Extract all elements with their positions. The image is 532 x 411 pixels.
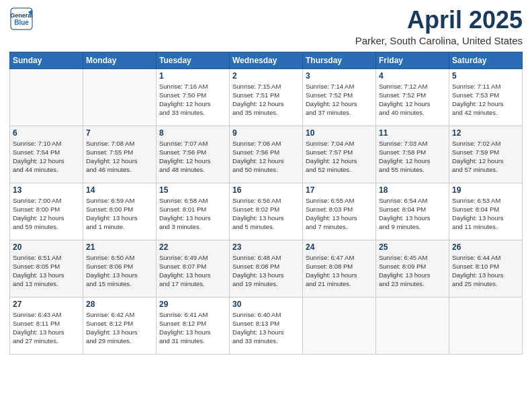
table-row: 7Sunrise: 7:08 AMSunset: 7:55 PMDaylight…	[83, 126, 157, 183]
day-info: Sunrise: 6:43 AMSunset: 8:11 PMDaylight:…	[13, 310, 80, 346]
table-row	[83, 68, 157, 126]
svg-text:Blue: Blue	[14, 19, 29, 26]
table-row: 29Sunrise: 6:41 AMSunset: 8:12 PMDayligh…	[157, 297, 230, 354]
table-row	[376, 297, 449, 354]
table-row: 3Sunrise: 7:14 AMSunset: 7:52 PMDaylight…	[303, 68, 376, 126]
table-row: 30Sunrise: 6:40 AMSunset: 8:13 PMDayligh…	[230, 297, 303, 354]
day-info: Sunrise: 7:07 AMSunset: 7:56 PMDaylight:…	[159, 139, 226, 175]
day-number: 24	[306, 242, 373, 252]
page: General Blue April 2025 Parker, South Ca…	[0, 0, 532, 411]
day-info: Sunrise: 7:08 AMSunset: 7:55 PMDaylight:…	[86, 139, 153, 175]
location: Parker, South Carolina, United States	[355, 35, 523, 46]
day-number: 21	[86, 242, 153, 252]
table-row: 28Sunrise: 6:42 AMSunset: 8:12 PMDayligh…	[83, 297, 157, 354]
col-tuesday: Tuesday	[157, 52, 230, 68]
day-number: 4	[379, 71, 446, 81]
table-row: 22Sunrise: 6:49 AMSunset: 8:07 PMDayligh…	[157, 240, 230, 297]
table-row	[303, 297, 376, 354]
day-number: 1	[159, 71, 226, 81]
calendar-week-row: 6Sunrise: 7:10 AMSunset: 7:54 PMDaylight…	[10, 126, 523, 183]
day-number: 11	[379, 128, 446, 138]
table-row: 8Sunrise: 7:07 AMSunset: 7:56 PMDaylight…	[157, 126, 230, 183]
day-number: 26	[452, 242, 519, 252]
table-row: 26Sunrise: 6:44 AMSunset: 8:10 PMDayligh…	[449, 240, 523, 297]
logo: General Blue	[9, 7, 34, 31]
day-info: Sunrise: 6:54 AMSunset: 8:04 PMDaylight:…	[379, 196, 446, 232]
day-info: Sunrise: 6:45 AMSunset: 8:09 PMDaylight:…	[379, 253, 446, 289]
day-number: 23	[232, 242, 300, 252]
table-row: 25Sunrise: 6:45 AMSunset: 8:09 PMDayligh…	[376, 240, 449, 297]
table-row: 2Sunrise: 7:15 AMSunset: 7:51 PMDaylight…	[230, 68, 303, 126]
col-saturday: Saturday	[449, 52, 523, 68]
day-info: Sunrise: 6:41 AMSunset: 8:12 PMDaylight:…	[159, 310, 226, 346]
day-number: 10	[306, 128, 373, 138]
day-info: Sunrise: 7:10 AMSunset: 7:54 PMDaylight:…	[13, 139, 80, 175]
day-number: 20	[13, 242, 80, 252]
day-info: Sunrise: 6:59 AMSunset: 8:00 PMDaylight:…	[86, 196, 153, 232]
day-number: 15	[159, 185, 226, 195]
col-sunday: Sunday	[10, 52, 83, 68]
day-number: 2	[232, 71, 300, 81]
logo-icon: General Blue	[9, 7, 34, 31]
month-title: April 2025	[355, 7, 523, 34]
calendar-week-row: 13Sunrise: 7:00 AMSunset: 8:00 PMDayligh…	[10, 183, 523, 240]
table-row	[10, 68, 83, 126]
day-number: 9	[232, 128, 300, 138]
day-info: Sunrise: 7:06 AMSunset: 7:56 PMDaylight:…	[232, 139, 300, 175]
day-number: 18	[379, 185, 446, 195]
table-row: 6Sunrise: 7:10 AMSunset: 7:54 PMDaylight…	[10, 126, 83, 183]
day-info: Sunrise: 6:53 AMSunset: 8:04 PMDaylight:…	[452, 196, 519, 232]
table-row: 4Sunrise: 7:12 AMSunset: 7:52 PMDaylight…	[376, 68, 449, 126]
table-row: 21Sunrise: 6:50 AMSunset: 8:06 PMDayligh…	[83, 240, 157, 297]
table-row: 5Sunrise: 7:11 AMSunset: 7:53 PMDaylight…	[449, 68, 523, 126]
day-info: Sunrise: 6:49 AMSunset: 8:07 PMDaylight:…	[159, 253, 226, 289]
table-row: 16Sunrise: 6:56 AMSunset: 8:02 PMDayligh…	[230, 183, 303, 240]
col-wednesday: Wednesday	[230, 52, 303, 68]
day-number: 5	[452, 71, 519, 81]
col-thursday: Thursday	[303, 52, 376, 68]
table-row: 14Sunrise: 6:59 AMSunset: 8:00 PMDayligh…	[83, 183, 157, 240]
table-row: 27Sunrise: 6:43 AMSunset: 8:11 PMDayligh…	[10, 297, 83, 354]
col-friday: Friday	[376, 52, 449, 68]
calendar-week-row: 1Sunrise: 7:16 AMSunset: 7:50 PMDaylight…	[10, 68, 523, 126]
col-monday: Monday	[83, 52, 157, 68]
day-number: 7	[86, 128, 153, 138]
day-info: Sunrise: 6:47 AMSunset: 8:08 PMDaylight:…	[306, 253, 373, 289]
day-info: Sunrise: 7:03 AMSunset: 7:58 PMDaylight:…	[379, 139, 446, 175]
day-info: Sunrise: 6:58 AMSunset: 8:01 PMDaylight:…	[159, 196, 226, 232]
calendar-week-row: 27Sunrise: 6:43 AMSunset: 8:11 PMDayligh…	[10, 297, 523, 354]
day-info: Sunrise: 7:04 AMSunset: 7:57 PMDaylight:…	[306, 139, 373, 175]
day-info: Sunrise: 6:40 AMSunset: 8:13 PMDaylight:…	[232, 310, 300, 346]
day-number: 22	[159, 242, 226, 252]
day-info: Sunrise: 6:42 AMSunset: 8:12 PMDaylight:…	[86, 310, 153, 346]
table-row: 18Sunrise: 6:54 AMSunset: 8:04 PMDayligh…	[376, 183, 449, 240]
day-info: Sunrise: 7:14 AMSunset: 7:52 PMDaylight:…	[306, 82, 373, 118]
table-row: 9Sunrise: 7:06 AMSunset: 7:56 PMDaylight…	[230, 126, 303, 183]
day-info: Sunrise: 6:44 AMSunset: 8:10 PMDaylight:…	[452, 253, 519, 289]
day-info: Sunrise: 6:50 AMSunset: 8:06 PMDaylight:…	[86, 253, 153, 289]
day-info: Sunrise: 7:11 AMSunset: 7:53 PMDaylight:…	[452, 82, 519, 118]
table-row: 10Sunrise: 7:04 AMSunset: 7:57 PMDayligh…	[303, 126, 376, 183]
table-row: 19Sunrise: 6:53 AMSunset: 8:04 PMDayligh…	[449, 183, 523, 240]
day-number: 27	[13, 300, 80, 309]
day-info: Sunrise: 7:02 AMSunset: 7:59 PMDaylight:…	[452, 139, 519, 175]
day-number: 16	[232, 185, 300, 195]
day-info: Sunrise: 6:48 AMSunset: 8:08 PMDaylight:…	[232, 253, 300, 289]
calendar-week-row: 20Sunrise: 6:51 AMSunset: 8:05 PMDayligh…	[10, 240, 523, 297]
day-number: 13	[13, 185, 80, 195]
day-number: 6	[13, 128, 80, 138]
day-number: 17	[306, 185, 373, 195]
day-info: Sunrise: 7:00 AMSunset: 8:00 PMDaylight:…	[13, 196, 80, 232]
day-info: Sunrise: 7:12 AMSunset: 7:52 PMDaylight:…	[379, 82, 446, 118]
day-number: 19	[452, 185, 519, 195]
day-number: 25	[379, 242, 446, 252]
day-number: 14	[86, 185, 153, 195]
day-number: 30	[232, 300, 300, 309]
day-info: Sunrise: 6:55 AMSunset: 8:03 PMDaylight:…	[306, 196, 373, 232]
table-row: 15Sunrise: 6:58 AMSunset: 8:01 PMDayligh…	[157, 183, 230, 240]
day-info: Sunrise: 6:56 AMSunset: 8:02 PMDaylight:…	[232, 196, 300, 232]
table-row: 23Sunrise: 6:48 AMSunset: 8:08 PMDayligh…	[230, 240, 303, 297]
table-row: 1Sunrise: 7:16 AMSunset: 7:50 PMDaylight…	[157, 68, 230, 126]
day-number: 12	[452, 128, 519, 138]
day-number: 3	[306, 71, 373, 81]
